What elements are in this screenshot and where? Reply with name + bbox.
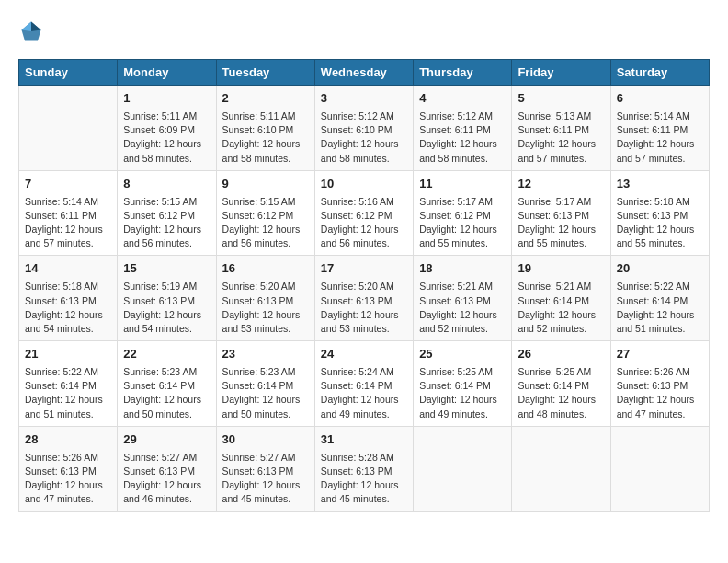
- day-info: and 57 minutes.: [25, 236, 111, 250]
- day-number: 2: [222, 90, 309, 108]
- day-info: Sunset: 6:13 PM: [419, 294, 506, 308]
- day-info: Daylight: 12 hours: [419, 137, 506, 151]
- week-row-3: 14Sunrise: 5:18 AMSunset: 6:13 PMDayligh…: [19, 256, 710, 341]
- col-header-saturday: Saturday: [610, 60, 709, 86]
- day-cell: 25Sunrise: 5:25 AMSunset: 6:14 PMDayligh…: [414, 341, 512, 427]
- day-info: Sunrise: 5:18 AM: [25, 280, 111, 293]
- day-info: Sunset: 6:14 PM: [518, 294, 604, 308]
- day-info: Sunrise: 5:25 AM: [419, 365, 506, 379]
- day-number: 13: [617, 176, 703, 193]
- day-info: Daylight: 12 hours: [123, 393, 210, 407]
- day-cell: 8Sunrise: 5:15 AMSunset: 6:12 PMDaylight…: [118, 170, 216, 256]
- day-info: Daylight: 12 hours: [419, 308, 506, 322]
- day-info: Sunrise: 5:23 AM: [222, 365, 309, 379]
- day-info: Sunrise: 5:26 AM: [617, 365, 703, 379]
- day-info: Sunrise: 5:11 AM: [123, 109, 210, 123]
- day-info: Sunrise: 5:20 AM: [222, 280, 309, 293]
- svg-marker-1: [31, 22, 41, 32]
- col-header-monday: Monday: [118, 60, 216, 86]
- col-header-thursday: Thursday: [414, 60, 512, 86]
- day-number: 5: [518, 90, 604, 108]
- day-info: Sunset: 6:14 PM: [617, 294, 703, 308]
- day-info: and 49 minutes.: [321, 408, 407, 421]
- day-info: Sunrise: 5:15 AM: [123, 195, 210, 209]
- day-cell: 4Sunrise: 5:12 AMSunset: 6:11 PMDaylight…: [414, 86, 512, 171]
- week-row-4: 21Sunrise: 5:22 AMSunset: 6:14 PMDayligh…: [19, 341, 710, 427]
- day-number: 18: [419, 260, 506, 278]
- day-info: and 58 minutes.: [321, 152, 407, 166]
- day-info: and 52 minutes.: [518, 322, 604, 336]
- day-cell: 31Sunrise: 5:28 AMSunset: 6:13 PMDayligh…: [314, 426, 413, 511]
- day-cell: 11Sunrise: 5:17 AMSunset: 6:12 PMDayligh…: [414, 170, 512, 256]
- day-info: Daylight: 12 hours: [321, 137, 407, 151]
- day-info: Sunset: 6:11 PM: [25, 209, 111, 223]
- day-number: 9: [222, 176, 309, 193]
- day-info: Daylight: 12 hours: [123, 308, 210, 322]
- day-info: Daylight: 12 hours: [222, 308, 309, 322]
- day-number: 31: [321, 431, 407, 449]
- day-info: Sunrise: 5:14 AM: [25, 195, 111, 209]
- day-info: Sunrise: 5:22 AM: [25, 365, 111, 379]
- day-info: and 51 minutes.: [617, 322, 703, 336]
- day-info: Sunrise: 5:26 AM: [25, 451, 111, 465]
- day-cell: 24Sunrise: 5:24 AMSunset: 6:14 PMDayligh…: [314, 341, 413, 427]
- day-number: 15: [123, 260, 210, 278]
- day-info: Sunrise: 5:21 AM: [419, 280, 506, 293]
- col-header-sunday: Sunday: [19, 60, 118, 86]
- day-info: Sunset: 6:12 PM: [123, 209, 210, 223]
- day-info: Sunrise: 5:15 AM: [222, 195, 309, 209]
- day-cell: 19Sunrise: 5:21 AMSunset: 6:14 PMDayligh…: [512, 256, 610, 341]
- day-info: Sunset: 6:13 PM: [518, 209, 604, 223]
- day-info: and 55 minutes.: [617, 236, 703, 250]
- page-header: [18, 18, 710, 44]
- day-cell: 1Sunrise: 5:11 AMSunset: 6:09 PMDaylight…: [118, 86, 216, 171]
- day-cell: 18Sunrise: 5:21 AMSunset: 6:13 PMDayligh…: [414, 256, 512, 341]
- day-info: and 55 minutes.: [518, 236, 604, 250]
- day-info: and 56 minutes.: [321, 236, 407, 250]
- day-cell: 22Sunrise: 5:23 AMSunset: 6:14 PMDayligh…: [118, 341, 216, 427]
- day-number: 14: [25, 260, 111, 278]
- day-cell: 17Sunrise: 5:20 AMSunset: 6:13 PMDayligh…: [314, 256, 413, 341]
- day-number: 3: [321, 90, 407, 108]
- day-cell: 23Sunrise: 5:23 AMSunset: 6:14 PMDayligh…: [216, 341, 314, 427]
- day-number: 16: [222, 260, 309, 278]
- day-number: 23: [222, 346, 309, 363]
- day-info: Sunrise: 5:16 AM: [321, 195, 407, 209]
- day-number: 1: [123, 90, 210, 108]
- day-number: 24: [321, 346, 407, 363]
- day-info: Sunset: 6:13 PM: [25, 465, 111, 478]
- day-info: and 56 minutes.: [222, 236, 309, 250]
- day-info: Sunset: 6:14 PM: [419, 379, 506, 393]
- day-info: Sunset: 6:14 PM: [518, 379, 604, 393]
- day-info: Daylight: 12 hours: [222, 393, 309, 407]
- day-info: Daylight: 12 hours: [222, 478, 309, 492]
- day-info: Sunset: 6:13 PM: [222, 294, 309, 308]
- day-info: Daylight: 12 hours: [617, 308, 703, 322]
- day-info: Sunset: 6:11 PM: [617, 123, 703, 137]
- day-info: and 49 minutes.: [419, 408, 506, 421]
- day-number: 8: [123, 176, 210, 193]
- week-row-2: 7Sunrise: 5:14 AMSunset: 6:11 PMDaylight…: [19, 170, 710, 256]
- day-info: and 58 minutes.: [123, 152, 210, 166]
- day-info: and 47 minutes.: [25, 492, 111, 506]
- day-cell: 9Sunrise: 5:15 AMSunset: 6:12 PMDaylight…: [216, 170, 314, 256]
- day-info: Sunset: 6:12 PM: [419, 209, 506, 223]
- day-info: Daylight: 12 hours: [518, 137, 604, 151]
- day-cell: 12Sunrise: 5:17 AMSunset: 6:13 PMDayligh…: [512, 170, 610, 256]
- calendar-table: SundayMondayTuesdayWednesdayThursdayFrid…: [18, 59, 710, 512]
- day-cell: 2Sunrise: 5:11 AMSunset: 6:10 PMDaylight…: [216, 86, 314, 171]
- day-info: Sunset: 6:13 PM: [321, 465, 407, 478]
- day-number: 21: [25, 346, 111, 363]
- week-row-1: 1Sunrise: 5:11 AMSunset: 6:09 PMDaylight…: [19, 86, 710, 171]
- day-info: and 53 minutes.: [222, 322, 309, 336]
- day-info: Sunset: 6:13 PM: [617, 209, 703, 223]
- day-info: and 45 minutes.: [222, 492, 309, 506]
- day-info: Sunrise: 5:13 AM: [518, 109, 604, 123]
- day-number: 11: [419, 176, 506, 193]
- day-cell: [414, 426, 512, 511]
- day-cell: 30Sunrise: 5:27 AMSunset: 6:13 PMDayligh…: [216, 426, 314, 511]
- day-number: 4: [419, 90, 506, 108]
- col-header-tuesday: Tuesday: [216, 60, 314, 86]
- day-info: Sunset: 6:13 PM: [617, 379, 703, 393]
- day-info: and 54 minutes.: [25, 322, 111, 336]
